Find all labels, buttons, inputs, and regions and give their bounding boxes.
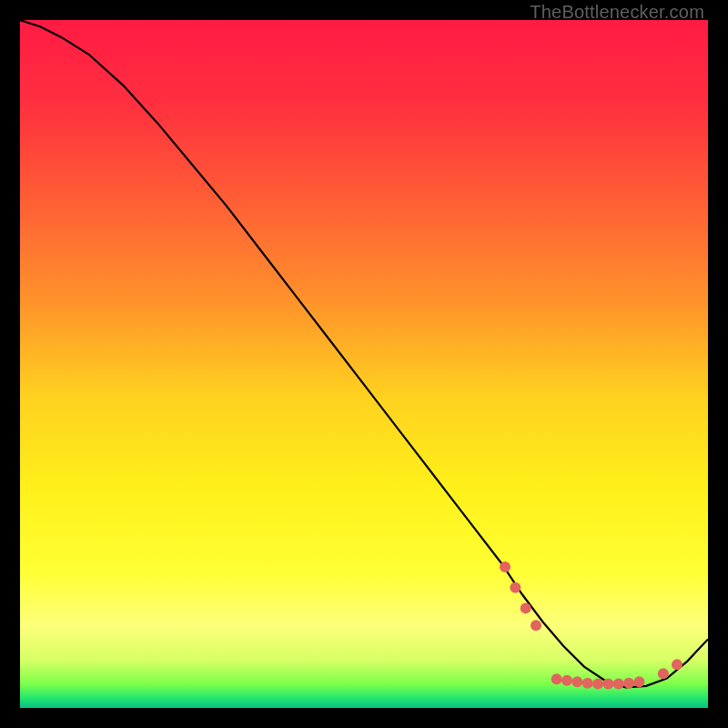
chart-frame [20, 20, 708, 708]
data-marker [510, 582, 521, 593]
data-marker [633, 676, 644, 687]
data-marker [500, 561, 511, 572]
data-marker [571, 676, 582, 687]
chart-background [20, 20, 708, 708]
data-marker [658, 668, 669, 679]
data-marker [561, 675, 572, 686]
data-marker [592, 679, 603, 690]
data-marker [551, 673, 562, 684]
data-marker [623, 678, 634, 689]
data-marker [582, 678, 593, 689]
data-marker [613, 679, 624, 690]
data-marker [531, 620, 541, 631]
data-marker [672, 659, 682, 670]
data-marker [602, 679, 613, 690]
chart-svg [20, 20, 708, 708]
data-marker [521, 602, 531, 613]
